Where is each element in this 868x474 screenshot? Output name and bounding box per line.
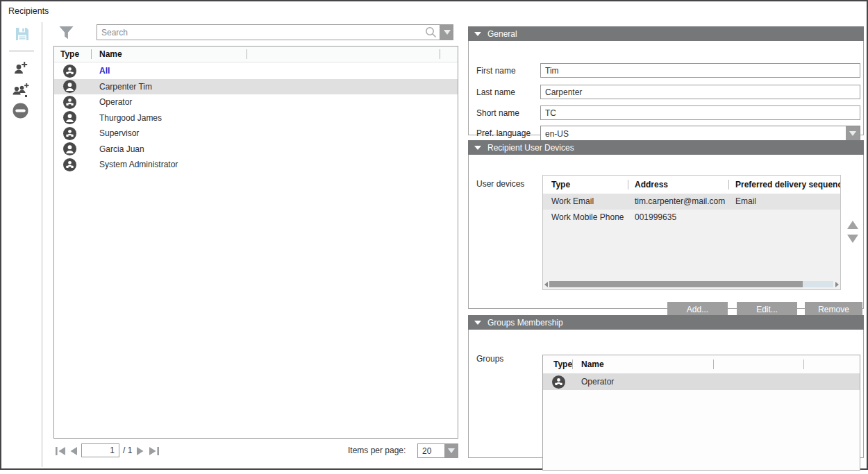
horizontal-scrollbar bbox=[544, 280, 839, 289]
scroll-right-arrow[interactable] bbox=[835, 282, 839, 287]
column-separator bbox=[728, 180, 729, 189]
short-name-label: Short name bbox=[476, 108, 519, 118]
column-header-type: Type bbox=[60, 49, 79, 59]
column-separator bbox=[572, 359, 573, 369]
list-item-supervisor[interactable]: Supervisor bbox=[54, 126, 458, 142]
items-per-page-select[interactable]: 20 bbox=[417, 443, 458, 458]
items-per-page-label: Items per page: bbox=[348, 446, 406, 455]
list-item-label: Operator bbox=[99, 97, 132, 107]
section-devices-header[interactable]: Recipient User Devices bbox=[468, 140, 864, 155]
list-item-operator[interactable]: Operator bbox=[54, 94, 458, 110]
search-dropdown-button[interactable] bbox=[440, 24, 453, 40]
list-item-thurgood-james[interactable]: Thurgood James bbox=[54, 110, 458, 126]
funnel-icon bbox=[58, 31, 75, 43]
save-icon bbox=[15, 32, 30, 44]
list-item-garcia-juan[interactable]: Garcia Juan bbox=[54, 142, 458, 158]
device-row-work-email[interactable]: Work Email tim.carpenter@mail.com Email bbox=[543, 194, 840, 210]
items-per-page-dropdown-button[interactable] bbox=[444, 444, 458, 457]
recipient-list: Type Name All Carpenter Tim bbox=[53, 46, 458, 439]
group-icon bbox=[63, 127, 76, 140]
section-title: General bbox=[487, 29, 517, 39]
delete-recipient-button[interactable] bbox=[12, 103, 28, 121]
minus-circle-icon bbox=[12, 109, 28, 121]
panel-divider bbox=[42, 22, 42, 467]
column-separator bbox=[440, 49, 440, 59]
pref-language-value: en-US bbox=[545, 129, 569, 139]
first-page-button[interactable] bbox=[55, 446, 67, 459]
group-icon bbox=[552, 375, 565, 389]
list-item-label: Thurgood James bbox=[99, 113, 162, 123]
person-plus-icon bbox=[12, 66, 29, 78]
list-item-carpenter-tim[interactable]: Carpenter Tim bbox=[54, 79, 458, 95]
device-type: Work Email bbox=[551, 196, 594, 206]
section-general-header[interactable]: General bbox=[468, 26, 864, 41]
dropdown-icon bbox=[448, 448, 455, 453]
search-icon bbox=[425, 26, 437, 41]
filter-button[interactable] bbox=[58, 24, 75, 44]
add-group-button[interactable] bbox=[11, 81, 30, 101]
previous-page-button[interactable] bbox=[69, 446, 78, 459]
section-title: Groups Membership bbox=[487, 318, 563, 328]
list-item-system-administrator[interactable]: System Administrator bbox=[54, 157, 458, 173]
section-groups-header[interactable]: Groups Membership bbox=[468, 315, 864, 330]
list-item-label: System Administrator bbox=[99, 160, 178, 169]
list-header: Type Name bbox=[54, 46, 458, 62]
user-icon bbox=[63, 111, 76, 124]
last-name-input[interactable] bbox=[540, 85, 860, 99]
column-separator bbox=[803, 359, 804, 369]
user-icon bbox=[63, 142, 76, 155]
column-header-address: Address bbox=[635, 180, 668, 189]
devices-table-header: Type Address Preferred delivery sequence bbox=[543, 176, 840, 194]
scrollbar-thumb[interactable] bbox=[549, 281, 803, 287]
move-down-button[interactable] bbox=[847, 235, 858, 243]
group-icon bbox=[63, 65, 76, 78]
move-up-button[interactable] bbox=[847, 221, 858, 229]
scrollbar-track[interactable] bbox=[803, 281, 833, 287]
column-separator bbox=[91, 49, 92, 59]
collapse-icon bbox=[474, 32, 481, 36]
section-groups-body: Groups Type Name Operator bbox=[468, 330, 864, 458]
search-input[interactable] bbox=[97, 24, 440, 40]
pref-language-label: Pref. language bbox=[476, 128, 531, 138]
column-header-type: Type bbox=[553, 359, 572, 369]
search-bar bbox=[97, 24, 453, 40]
page-title: Recipients bbox=[8, 6, 49, 16]
collapse-icon bbox=[474, 321, 481, 325]
items-per-page-value: 20 bbox=[422, 446, 431, 456]
first-name-input[interactable] bbox=[540, 63, 860, 78]
list-item-label: Supervisor bbox=[99, 128, 139, 138]
list-item-all[interactable]: All bbox=[54, 63, 458, 79]
group-icon bbox=[63, 158, 76, 171]
page-number-input[interactable] bbox=[81, 443, 119, 457]
groups-table-header: Type Name bbox=[543, 355, 860, 373]
device-address: tim.carpenter@mail.com bbox=[635, 196, 725, 206]
column-header-type: Type bbox=[551, 180, 570, 189]
section-title: Recipient User Devices bbox=[487, 143, 574, 153]
scroll-left-arrow[interactable] bbox=[544, 282, 548, 287]
recipients-window: Recipients bbox=[0, 0, 868, 470]
next-page-button[interactable] bbox=[136, 446, 144, 459]
user-devices-label: User devices bbox=[476, 179, 524, 189]
page-count-label: / 1 bbox=[123, 446, 132, 455]
device-row-work-mobile-phone[interactable]: Work Mobile Phone 001999635 bbox=[543, 210, 840, 226]
section-recipient-user-devices: Recipient User Devices User devices Type… bbox=[468, 140, 864, 309]
group-icon bbox=[63, 96, 76, 109]
last-page-button[interactable] bbox=[148, 446, 160, 459]
device-address: 001999635 bbox=[635, 212, 676, 222]
section-groups-membership: Groups Membership Groups Type Name Opera… bbox=[468, 315, 864, 458]
group-row-operator[interactable]: Operator bbox=[543, 373, 860, 390]
pref-language-select[interactable]: en-US bbox=[540, 126, 860, 142]
short-name-input[interactable] bbox=[540, 105, 860, 120]
pref-language-dropdown-button[interactable] bbox=[846, 126, 860, 141]
list-rows: All Carpenter Tim Operator Thurgood Jame… bbox=[54, 63, 458, 173]
add-recipient-button[interactable] bbox=[12, 59, 29, 78]
people-plus-icon bbox=[11, 89, 30, 101]
column-header-preferred-delivery-sequence: Preferred delivery sequence bbox=[735, 180, 840, 189]
save-button[interactable] bbox=[15, 26, 30, 44]
groups-table: Type Name Operator bbox=[542, 355, 860, 471]
dropdown-icon bbox=[444, 30, 451, 35]
collapse-icon bbox=[474, 146, 481, 150]
toolbar-divider bbox=[9, 51, 34, 51]
list-item-label: All bbox=[99, 66, 110, 76]
user-icon bbox=[63, 80, 76, 93]
